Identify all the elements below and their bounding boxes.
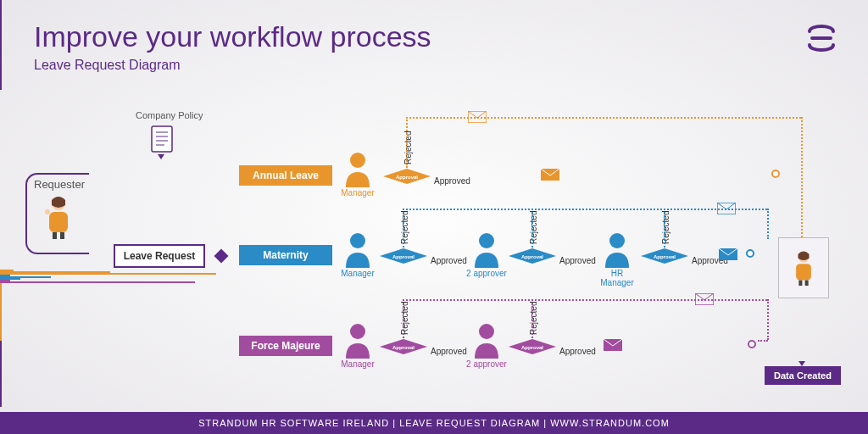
approved-label: Approved (559, 256, 596, 265)
svg-rect-0 (152, 126, 172, 152)
endpoint-circle (746, 249, 754, 258)
svg-point-22 (609, 233, 625, 248)
svg-point-27 (350, 324, 365, 339)
svg-rect-36 (796, 264, 811, 280)
arrow-icon (158, 154, 164, 159)
connector (0, 341, 2, 407)
svg-point-19 (479, 233, 494, 248)
mail-icon (717, 203, 736, 214)
approver-avatar (342, 150, 373, 191)
track-label-maternity: Maternity (239, 245, 332, 265)
svg-rect-8 (60, 232, 64, 239)
connector (0, 273, 216, 275)
mail-icon (541, 169, 559, 181)
approver-avatar (602, 231, 632, 271)
mail-icon (719, 248, 737, 260)
approved-label: Approved (431, 347, 467, 356)
approval-diamond: Approval (509, 339, 556, 358)
svg-text:Approval: Approval (521, 254, 543, 259)
svg-rect-38 (805, 281, 809, 286)
decision-icon (214, 248, 229, 267)
svg-point-9 (45, 209, 50, 214)
svg-text:Approval: Approval (654, 254, 676, 259)
rejected-label: Rejected (403, 131, 413, 164)
track-label-annual: Annual Leave (239, 165, 332, 186)
svg-rect-6 (49, 212, 68, 232)
approval-diamond: Approval (509, 248, 556, 267)
connector-dotted (758, 340, 768, 342)
connector-dotted (403, 209, 404, 248)
connector-dotted (531, 299, 533, 338)
rejected-label: Rejected (529, 302, 538, 335)
approved-label: Approved (431, 256, 467, 265)
role-label: 2 approver (463, 359, 510, 369)
approval-diamond: Approval (380, 339, 427, 358)
approver-avatar (342, 321, 373, 362)
svg-rect-10 (214, 249, 229, 264)
leave-request-node: Leave Request (114, 244, 205, 268)
connector (0, 93, 2, 264)
mail-icon (468, 111, 487, 123)
approved-label: Approved (559, 347, 596, 356)
svg-text:Approval: Approval (521, 345, 543, 350)
connector-dotted (664, 209, 665, 248)
svg-text:Approval: Approval (392, 345, 415, 350)
approver-avatar (471, 321, 502, 362)
connector (0, 283, 2, 341)
page-subtitle: Leave Request Diagram (34, 58, 181, 73)
rejected-label: Rejected (661, 211, 670, 244)
rejected-label: Rejected (529, 211, 538, 244)
svg-rect-7 (53, 232, 57, 239)
data-created-node: Data Created (765, 366, 841, 385)
connector-dotted (403, 209, 767, 210)
approved-label: Approved (434, 176, 470, 186)
connector-dotted (767, 209, 769, 239)
svg-point-16 (350, 233, 365, 248)
diagram-canvas: Improve your workflow process Leave Requ… (0, 0, 868, 434)
track-label-force: Force Majeure (239, 336, 332, 356)
rejected-label: Rejected (400, 211, 409, 244)
approver-avatar (471, 231, 502, 271)
role-label: Manager (334, 359, 381, 369)
company-policy-label: Company Policy (136, 110, 203, 120)
brand-logo (804, 20, 839, 59)
svg-point-11 (350, 153, 365, 168)
footer-text: STRANDUM HR SOFTWARE IRELAND | LEAVE REQ… (0, 412, 868, 434)
svg-text:Approval: Approval (392, 254, 415, 259)
svg-point-30 (479, 324, 494, 339)
role-label: Manager (334, 188, 381, 198)
connector-dotted (767, 299, 769, 340)
connector-dotted (801, 117, 803, 237)
svg-rect-37 (798, 281, 802, 286)
svg-text:Approval: Approval (396, 175, 418, 180)
role-label: 2 approver (463, 269, 510, 278)
page-title: Improve your workflow process (34, 20, 431, 53)
connector-dotted (406, 117, 408, 168)
approval-diamond: Approval (641, 248, 688, 267)
connector (0, 0, 2, 90)
endpoint-circle (771, 170, 780, 178)
rejected-label: Rejected (400, 302, 409, 335)
approver-avatar (342, 231, 373, 271)
connector (0, 281, 195, 283)
connector-dotted (403, 299, 404, 338)
approval-diamond: Approval (383, 169, 431, 187)
requester-result-avatar (778, 237, 829, 298)
role-label: Manager (334, 269, 381, 278)
document-icon (151, 125, 173, 156)
connector-dotted (531, 209, 533, 248)
mail-icon (695, 293, 714, 305)
approval-diamond: Approval (380, 248, 427, 267)
connector-dotted (406, 117, 801, 119)
mail-icon (604, 339, 622, 351)
role-label: HR Manager (593, 269, 641, 287)
endpoint-circle (748, 340, 756, 348)
requester-avatar (41, 195, 76, 242)
